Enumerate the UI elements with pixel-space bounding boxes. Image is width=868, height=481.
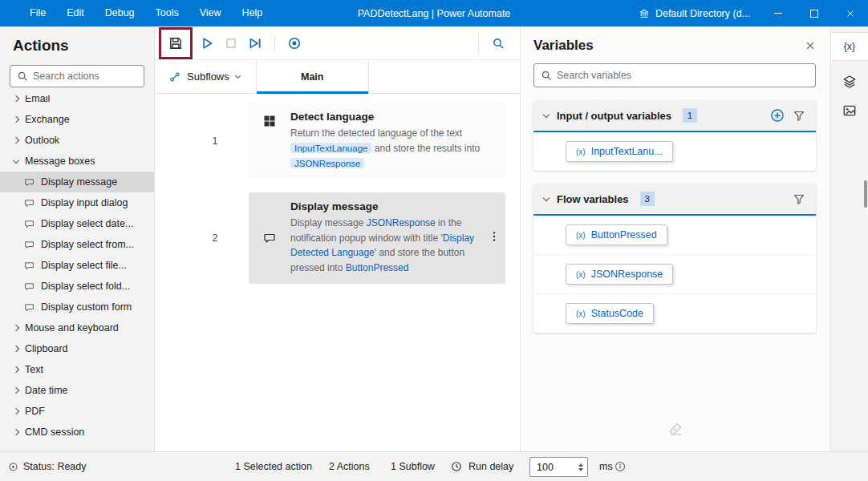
step-up-icon[interactable] (578, 463, 583, 467)
menu-edit[interactable]: Edit (56, 0, 95, 26)
run-delay-input[interactable] (530, 462, 567, 473)
actions-item-display-select-file[interactable]: Display select file... (0, 255, 154, 276)
close-icon (846, 9, 855, 18)
flow-action-row-detect-language[interactable]: 1 Detect language Return the detected la… (155, 103, 520, 179)
chevron-down-icon (543, 111, 550, 117)
layers-icon (842, 75, 857, 89)
chevron-right-icon (13, 366, 19, 373)
message-box-icon (24, 177, 34, 188)
action-card-selected[interactable]: Display message Display message JSONResp… (249, 192, 505, 283)
variables-panel: Variables Input / output variables 1 (x)… (520, 26, 830, 451)
account-label: Default Directory (d... (655, 8, 750, 19)
actions-group-mouse-and-keyboard[interactable]: Mouse and keyboard (0, 317, 154, 338)
delay-unit-label: ms (599, 461, 613, 472)
scrollbar-thumb[interactable] (864, 180, 867, 208)
variables-search-input[interactable] (557, 70, 809, 81)
variable-row: (x) StatusCode (533, 293, 816, 333)
actions-item-display-custom-form[interactable]: Display custom form (0, 297, 154, 317)
row-more-options-button[interactable] (488, 230, 501, 246)
recorder-button[interactable] (282, 31, 306, 55)
tab-main[interactable]: Main (257, 60, 369, 93)
stepper-arrows[interactable] (578, 463, 587, 471)
variable-chip[interactable]: InputTextLanuage (290, 143, 371, 153)
variable-pill-jsonresponse[interactable]: (x) JSONResponse (566, 264, 673, 285)
actions-group-email[interactable]: Email (0, 95, 154, 109)
rail-tab-images[interactable] (831, 96, 868, 125)
variable-pill-buttonpressed[interactable]: (x) ButtonPressed (566, 224, 667, 245)
flow-search-button[interactable] (486, 31, 510, 55)
run-button[interactable] (195, 31, 219, 55)
menu-debug[interactable]: Debug (95, 0, 145, 26)
variable-chip[interactable]: JSONResponse (290, 158, 364, 168)
menu-help[interactable]: Help (232, 0, 274, 26)
actions-tree: Email Exchange Outlook Message boxes Dis… (0, 95, 154, 443)
search-icon (17, 71, 28, 82)
variables-panel-title: Variables (533, 38, 594, 54)
variable-row: (x) ButtonPressed (533, 216, 816, 254)
window-title: PADDetectLang | Power Automate (358, 8, 511, 19)
actions-search[interactable] (10, 65, 144, 87)
actions-group-text[interactable]: Text (0, 359, 154, 380)
actions-group-outlook[interactable]: Outlook (0, 130, 154, 151)
action-card[interactable]: Detect language Return the detected lang… (249, 103, 505, 179)
play-next-icon (248, 36, 262, 51)
subflows-dropdown[interactable]: Subflows (155, 60, 257, 93)
toolbar-divider (274, 35, 275, 51)
actions-item-display-select-folder[interactable]: Display select fold... (0, 276, 154, 297)
variable-pill-statuscode[interactable]: (x) StatusCode (566, 303, 654, 324)
run-delay-stepper[interactable] (529, 457, 588, 477)
actions-group-date-time[interactable]: Date time (0, 380, 154, 401)
close-panel-icon[interactable] (805, 40, 816, 51)
menu-file[interactable]: File (19, 0, 56, 26)
clear-variables-button[interactable] (667, 421, 683, 440)
variable-type-icon: (x) (576, 309, 586, 318)
play-icon (200, 36, 214, 51)
run-next-action-button[interactable] (243, 31, 267, 55)
chevron-down-icon (13, 156, 19, 163)
ellipsis-vertical-icon (488, 230, 501, 243)
info-icon[interactable] (614, 461, 626, 472)
status-bar: Status: Ready 1 Selected action 2 Action… (0, 451, 868, 481)
actions-group-cmd-session[interactable]: CMD session (0, 422, 154, 443)
stop-button[interactable] (219, 31, 243, 55)
rail-tab-variables[interactable]: {x} (831, 32, 868, 61)
close-window-button[interactable] (832, 0, 868, 26)
menu-tools[interactable]: Tools (145, 0, 189, 26)
account-button[interactable]: Default Directory (d... (629, 0, 760, 26)
right-rail: {x} (830, 26, 868, 451)
section-header[interactable]: Flow variables 3 (533, 184, 816, 216)
actions-group-clipboard[interactable]: Clipboard (0, 338, 154, 359)
flow-actions-list: 1 Detect language Return the detected la… (155, 94, 520, 284)
save-button[interactable] (164, 31, 188, 55)
add-variable-icon[interactable] (770, 108, 785, 123)
variable-link[interactable]: JSONResponse (367, 217, 436, 228)
variable-link[interactable]: ButtonPressed (346, 262, 409, 273)
actions-count: 2 Actions (329, 461, 370, 472)
actions-group-message-boxes[interactable]: Message boxes (0, 151, 154, 172)
filter-icon[interactable] (793, 192, 805, 205)
maximize-button[interactable] (796, 0, 832, 26)
menu-view[interactable]: View (189, 0, 232, 26)
filter-icon[interactable] (793, 109, 805, 122)
actions-search-input[interactable] (33, 71, 137, 82)
actions-group-exchange[interactable]: Exchange (0, 109, 154, 130)
actions-item-display-select-date[interactable]: Display select date... (0, 213, 154, 234)
rail-tab-ui-elements[interactable] (831, 67, 868, 96)
stop-icon (224, 36, 238, 51)
chevron-right-icon (13, 116, 19, 123)
variables-search[interactable] (533, 63, 816, 87)
actions-item-display-input-dialog[interactable]: Display input dialog (0, 192, 154, 213)
message-box-icon (24, 198, 34, 208)
section-header[interactable]: Input / output variables 1 (533, 100, 816, 132)
flow-action-row-display-message[interactable]: 2 Display message Display message JSONRe… (155, 192, 520, 283)
action-description: Return the detected language of the text… (290, 126, 486, 171)
variable-pill-inputtextlanuage[interactable]: (x) InputTextLanu... (566, 141, 673, 162)
section-title: Input / output variables (557, 110, 671, 122)
minimize-button[interactable] (760, 0, 796, 26)
actions-item-display-select-from[interactable]: Display select from... (0, 234, 154, 255)
actions-group-pdf[interactable]: PDF (0, 401, 154, 422)
menu-bar: File Edit Debug Tools View Help (19, 0, 273, 26)
step-down-icon[interactable] (578, 468, 583, 471)
actions-item-display-message[interactable]: Display message (0, 172, 154, 192)
clock-icon (451, 461, 462, 472)
